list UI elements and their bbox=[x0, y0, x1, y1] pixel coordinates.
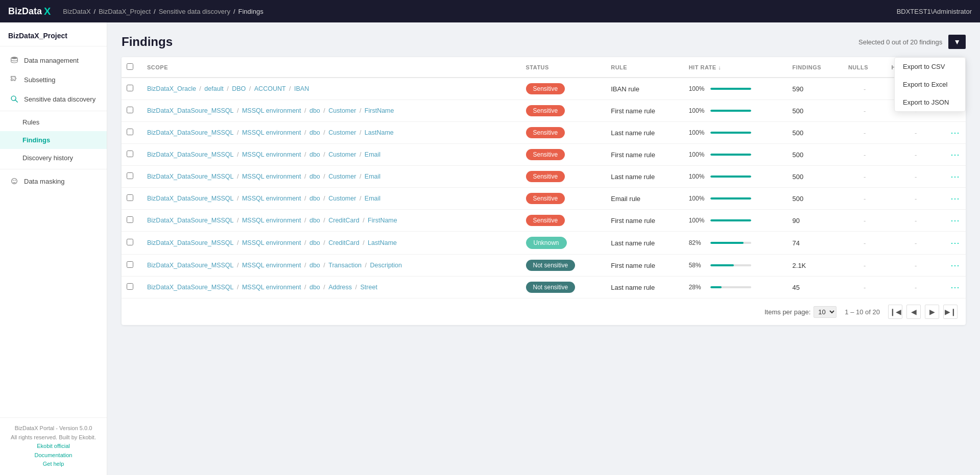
row-checkbox-3[interactable] bbox=[127, 151, 133, 157]
scope-part-0[interactable]: BizDataX_DataSoure_MSSQL bbox=[147, 151, 234, 158]
items-per-page-select[interactable]: 10 20 50 bbox=[814, 306, 836, 318]
scope-part-0[interactable]: BizDataX_DataSoure_MSSQL bbox=[147, 173, 234, 180]
scope-part-4[interactable]: Description bbox=[370, 262, 402, 269]
col-hitrate[interactable]: HIT RATE ↓ bbox=[684, 57, 787, 78]
scope-part-0[interactable]: BizDataX_DataSoure_MSSQL bbox=[147, 107, 234, 114]
scope-part-1[interactable]: MSSQL environment bbox=[242, 217, 301, 224]
scope-part-1[interactable]: MSSQL environment bbox=[242, 129, 301, 136]
export-dropdown: Export to CSV Export to Excel Export to … bbox=[894, 57, 966, 112]
scope-part-1[interactable]: MSSQL environment bbox=[242, 107, 301, 114]
scope-part-0[interactable]: BizDataX_DataSoure_MSSQL bbox=[147, 262, 234, 269]
scope-part-1[interactable]: MSSQL environment bbox=[242, 151, 301, 158]
prev-page-btn[interactable]: ◀ bbox=[906, 305, 921, 319]
more-actions-btn[interactable]: ⋯ bbox=[950, 171, 960, 182]
footer-link-ekobit[interactable]: Ekobit official bbox=[8, 442, 99, 451]
row-checkbox-5[interactable] bbox=[127, 194, 133, 201]
scope-part-2[interactable]: dbo bbox=[309, 239, 320, 246]
more-actions-btn[interactable]: ⋯ bbox=[950, 282, 960, 293]
scope-part-3[interactable]: Address bbox=[328, 284, 352, 291]
col-status: STATUS bbox=[521, 57, 606, 78]
scope-part-0[interactable]: BizDataX_DataSoure_MSSQL bbox=[147, 195, 234, 202]
scope-part-4[interactable]: Street bbox=[361, 284, 377, 291]
scope-part-0[interactable]: BizDataX_DataSoure_MSSQL bbox=[147, 129, 234, 136]
more-actions-btn[interactable]: ⋯ bbox=[950, 149, 960, 160]
scope-part-2[interactable]: dbo bbox=[309, 284, 320, 291]
next-page-btn[interactable]: ▶ bbox=[925, 305, 939, 319]
hitrate-pct: 100% bbox=[689, 107, 707, 114]
scope-part-2[interactable]: dbo bbox=[309, 129, 320, 136]
scope-part-4[interactable]: Email bbox=[365, 195, 380, 202]
scope-part-1[interactable]: MSSQL environment bbox=[242, 262, 301, 269]
nulls-cell: - bbox=[843, 210, 887, 232]
row-checkbox-9[interactable] bbox=[127, 283, 133, 290]
row-checkbox-0[interactable] bbox=[127, 85, 133, 91]
export-csv-item[interactable]: Export to CSV bbox=[895, 58, 965, 76]
select-all-checkbox[interactable] bbox=[127, 63, 133, 70]
scope-part-3[interactable]: Customer bbox=[328, 151, 356, 158]
filter-button[interactable]: ▼ bbox=[948, 35, 966, 49]
scope-part-2[interactable]: dbo bbox=[309, 151, 320, 158]
more-actions-btn[interactable]: ⋯ bbox=[950, 237, 960, 248]
row-checkbox-6[interactable] bbox=[127, 216, 133, 223]
scope-part-4[interactable]: Email bbox=[365, 173, 380, 180]
scope-part-1[interactable]: MSSQL environment bbox=[242, 239, 301, 246]
scope-part-4[interactable]: LastName bbox=[368, 239, 397, 246]
first-page-btn[interactable]: ❙◀ bbox=[888, 305, 902, 319]
status-badge: Sensitive bbox=[526, 83, 565, 94]
export-json-item[interactable]: Export to JSON bbox=[895, 93, 965, 111]
footer-link-help[interactable]: Get help bbox=[8, 460, 99, 469]
sidebar-item-subsetting[interactable]: Subsetting bbox=[0, 70, 107, 89]
scope-part-1[interactable]: MSSQL environment bbox=[242, 195, 301, 202]
scope-part-2[interactable]: dbo bbox=[309, 107, 320, 114]
scope-part-3[interactable]: Customer bbox=[328, 173, 356, 180]
hitrate-pct: 100% bbox=[689, 129, 707, 136]
scope-part-3[interactable]: CreditCard bbox=[328, 217, 359, 224]
sidebar-item-findings[interactable]: Findings bbox=[0, 131, 107, 149]
scope-part-1[interactable]: default bbox=[204, 85, 224, 92]
scope-part-2[interactable]: dbo bbox=[309, 217, 320, 224]
scope-part-3[interactable]: Customer bbox=[328, 107, 356, 114]
sidebar-item-data-management[interactable]: Data management bbox=[0, 51, 107, 70]
status-badge: Sensitive bbox=[526, 215, 565, 226]
row-checkbox-1[interactable] bbox=[127, 107, 133, 113]
scope-part-1[interactable]: MSSQL environment bbox=[242, 284, 301, 291]
more-actions-btn[interactable]: ⋯ bbox=[950, 260, 960, 271]
last-page-btn[interactable]: ▶❙ bbox=[943, 305, 958, 319]
scope-part-4[interactable]: FirstName bbox=[365, 107, 394, 114]
scope-part-3[interactable]: ACCOUNT bbox=[254, 85, 286, 92]
breadcrumb-item-2[interactable]: Sensitive data discovery bbox=[159, 8, 230, 15]
scope-part-4[interactable]: Email bbox=[365, 151, 380, 158]
scope-part-0[interactable]: BizDataX_Oracle bbox=[147, 85, 196, 92]
row-checkbox-4[interactable] bbox=[127, 172, 133, 179]
scope-part-2[interactable]: dbo bbox=[309, 173, 320, 180]
scope-part-2[interactable]: dbo bbox=[309, 262, 320, 269]
scope-part-2[interactable]: DBO bbox=[232, 85, 246, 92]
sidebar-item-data-masking[interactable]: Data masking bbox=[0, 171, 107, 191]
row-checkbox-2[interactable] bbox=[127, 129, 133, 135]
more-actions-btn[interactable]: ⋯ bbox=[950, 215, 960, 226]
scope-part-4[interactable]: LastName bbox=[365, 129, 394, 136]
scope-part-3[interactable]: Transaction bbox=[328, 262, 362, 269]
sidebar-item-rules[interactable]: Rules bbox=[0, 113, 107, 131]
scope-part-2[interactable]: dbo bbox=[309, 195, 320, 202]
scope-part-3[interactable]: Customer bbox=[328, 195, 356, 202]
table-row: BizDataX_DataSoure_MSSQL / MSSQL environ… bbox=[122, 188, 966, 210]
scope-part-3[interactable]: Customer bbox=[328, 129, 356, 136]
more-actions-btn[interactable]: ⋯ bbox=[950, 193, 960, 204]
scope-part-0[interactable]: BizDataX_DataSoure_MSSQL bbox=[147, 239, 234, 246]
row-checkbox-7[interactable] bbox=[127, 239, 133, 245]
scope-part-4[interactable]: IBAN bbox=[294, 85, 309, 92]
scope-part-3[interactable]: CreditCard bbox=[328, 239, 359, 246]
scope-part-1[interactable]: MSSQL environment bbox=[242, 173, 301, 180]
scope-part-0[interactable]: BizDataX_DataSoure_MSSQL bbox=[147, 284, 234, 291]
breadcrumb-item-1[interactable]: BizDataX_Project bbox=[99, 8, 151, 15]
scope-part-0[interactable]: BizDataX_DataSoure_MSSQL bbox=[147, 217, 234, 224]
row-checkbox-8[interactable] bbox=[127, 261, 133, 268]
sidebar-item-discovery-history[interactable]: Discovery history bbox=[0, 149, 107, 167]
footer-link-docs[interactable]: Documentation bbox=[8, 451, 99, 460]
scope-part-4[interactable]: FirstName bbox=[368, 217, 397, 224]
export-excel-item[interactable]: Export to Excel bbox=[895, 76, 965, 93]
sidebar-item-sensitive-data-discovery[interactable]: Sensitive data discovery bbox=[0, 89, 107, 109]
more-actions-btn[interactable]: ⋯ bbox=[950, 127, 960, 138]
breadcrumb-item-0[interactable]: BizDataX bbox=[63, 8, 90, 15]
